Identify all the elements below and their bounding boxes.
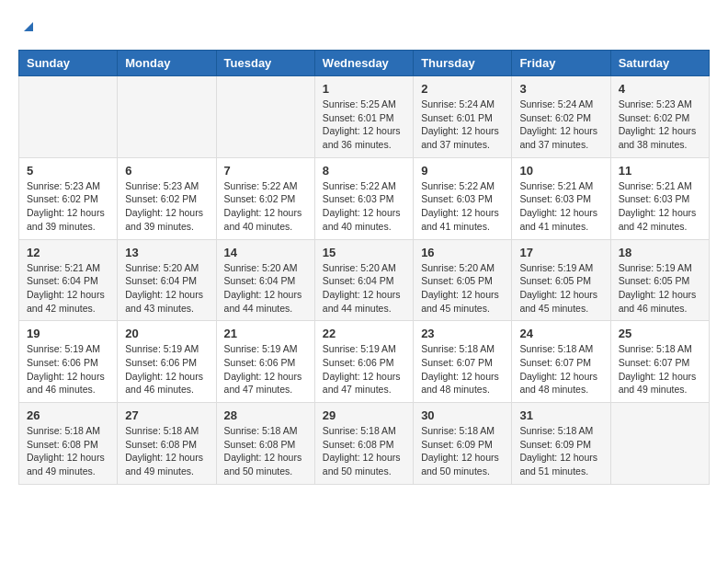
- calendar-body: 1Sunrise: 5:25 AM Sunset: 6:01 PM Daylig…: [19, 76, 710, 485]
- calendar-row-2: 12Sunrise: 5:21 AM Sunset: 6:04 PM Dayli…: [19, 239, 710, 321]
- calendar-cell-1-0: 5Sunrise: 5:23 AM Sunset: 6:02 PM Daylig…: [19, 157, 118, 239]
- day-info: Sunrise: 5:21 AM Sunset: 6:03 PM Dayligh…: [619, 179, 701, 234]
- day-number: 11: [619, 164, 701, 178]
- day-info: Sunrise: 5:18 AM Sunset: 6:09 PM Dayligh…: [519, 424, 602, 478]
- day-info: Sunrise: 5:23 AM Sunset: 6:02 PM Dayligh…: [27, 179, 109, 234]
- calendar-cell-0-0: [19, 76, 118, 158]
- day-info: Sunrise: 5:20 AM Sunset: 6:04 PM Dayligh…: [224, 261, 307, 316]
- day-number: 6: [125, 164, 208, 178]
- day-number: 9: [421, 164, 504, 178]
- day-info: Sunrise: 5:22 AM Sunset: 6:02 PM Dayligh…: [224, 179, 307, 234]
- day-info: Sunrise: 5:19 AM Sunset: 6:06 PM Dayligh…: [27, 342, 109, 396]
- weekday-header-saturday: Saturday: [610, 51, 709, 76]
- day-info: Sunrise: 5:18 AM Sunset: 6:07 PM Dayligh…: [421, 342, 504, 396]
- day-info: Sunrise: 5:19 AM Sunset: 6:05 PM Dayligh…: [619, 261, 701, 316]
- svg-marker-0: [24, 22, 33, 31]
- weekday-header-wednesday: Wednesday: [314, 51, 413, 76]
- day-info: Sunrise: 5:19 AM Sunset: 6:05 PM Dayligh…: [519, 261, 602, 316]
- calendar-cell-3-4: 23Sunrise: 5:18 AM Sunset: 6:07 PM Dayli…: [414, 321, 512, 403]
- day-number: 10: [519, 164, 602, 178]
- calendar-cell-1-5: 10Sunrise: 5:21 AM Sunset: 6:03 PM Dayli…: [512, 157, 610, 239]
- day-number: 12: [27, 246, 109, 259]
- calendar-cell-0-4: 2Sunrise: 5:24 AM Sunset: 6:01 PM Daylig…: [414, 76, 512, 158]
- weekday-header-monday: Monday: [118, 51, 216, 76]
- calendar-cell-0-3: 1Sunrise: 5:25 AM Sunset: 6:01 PM Daylig…: [314, 76, 413, 158]
- calendar-cell-0-2: [216, 76, 314, 158]
- calendar-cell-3-2: 21Sunrise: 5:19 AM Sunset: 6:06 PM Dayli…: [216, 321, 314, 403]
- day-info: Sunrise: 5:24 AM Sunset: 6:02 PM Dayligh…: [519, 98, 602, 152]
- day-info: Sunrise: 5:19 AM Sunset: 6:06 PM Dayligh…: [224, 342, 307, 396]
- day-info: Sunrise: 5:20 AM Sunset: 6:04 PM Dayligh…: [125, 261, 208, 316]
- day-info: Sunrise: 5:18 AM Sunset: 6:08 PM Dayligh…: [27, 424, 109, 478]
- day-number: 16: [421, 246, 504, 259]
- day-number: 7: [224, 164, 307, 178]
- calendar-cell-2-6: 18Sunrise: 5:19 AM Sunset: 6:05 PM Dayli…: [610, 239, 709, 321]
- logo-triangle-icon: [20, 18, 37, 35]
- day-info: Sunrise: 5:18 AM Sunset: 6:08 PM Dayligh…: [125, 424, 208, 478]
- day-info: Sunrise: 5:19 AM Sunset: 6:06 PM Dayligh…: [125, 342, 208, 396]
- day-info: Sunrise: 5:18 AM Sunset: 6:09 PM Dayligh…: [421, 424, 504, 478]
- calendar-cell-3-6: 25Sunrise: 5:18 AM Sunset: 6:07 PM Dayli…: [610, 321, 709, 403]
- calendar-row-4: 26Sunrise: 5:18 AM Sunset: 6:08 PM Dayli…: [19, 403, 710, 485]
- day-info: Sunrise: 5:21 AM Sunset: 6:03 PM Dayligh…: [519, 179, 602, 234]
- day-number: 8: [323, 164, 405, 178]
- day-number: 15: [323, 246, 405, 259]
- calendar-cell-2-2: 14Sunrise: 5:20 AM Sunset: 6:04 PM Dayli…: [216, 239, 314, 321]
- calendar-cell-4-4: 30Sunrise: 5:18 AM Sunset: 6:09 PM Dayli…: [414, 403, 512, 485]
- calendar-cell-2-3: 15Sunrise: 5:20 AM Sunset: 6:04 PM Dayli…: [314, 239, 413, 321]
- day-number: 25: [619, 327, 701, 340]
- calendar-row-0: 1Sunrise: 5:25 AM Sunset: 6:01 PM Daylig…: [19, 76, 710, 158]
- day-number: 2: [421, 82, 504, 96]
- weekday-header-tuesday: Tuesday: [216, 51, 314, 76]
- day-info: Sunrise: 5:18 AM Sunset: 6:07 PM Dayligh…: [619, 342, 701, 396]
- calendar-cell-3-1: 20Sunrise: 5:19 AM Sunset: 6:06 PM Dayli…: [118, 321, 216, 403]
- day-number: 29: [323, 408, 405, 422]
- calendar-cell-1-3: 8Sunrise: 5:22 AM Sunset: 6:03 PM Daylig…: [314, 157, 413, 239]
- day-number: 20: [125, 327, 208, 340]
- day-info: Sunrise: 5:22 AM Sunset: 6:03 PM Dayligh…: [323, 179, 405, 234]
- calendar-cell-4-6: [610, 403, 709, 485]
- day-number: 21: [224, 327, 307, 340]
- calendar-row-3: 19Sunrise: 5:19 AM Sunset: 6:06 PM Dayli…: [19, 321, 710, 403]
- page-header: [18, 18, 710, 35]
- day-info: Sunrise: 5:22 AM Sunset: 6:03 PM Dayligh…: [421, 179, 504, 234]
- calendar-cell-1-1: 6Sunrise: 5:23 AM Sunset: 6:02 PM Daylig…: [118, 157, 216, 239]
- day-number: 1: [323, 82, 405, 96]
- calendar-cell-3-0: 19Sunrise: 5:19 AM Sunset: 6:06 PM Dayli…: [19, 321, 118, 403]
- calendar-row-1: 5Sunrise: 5:23 AM Sunset: 6:02 PM Daylig…: [19, 157, 710, 239]
- weekday-header-row: SundayMondayTuesdayWednesdayThursdayFrid…: [19, 51, 710, 76]
- day-number: 18: [619, 246, 701, 259]
- calendar-cell-4-0: 26Sunrise: 5:18 AM Sunset: 6:08 PM Dayli…: [19, 403, 118, 485]
- day-number: 14: [224, 246, 307, 259]
- calendar-cell-4-1: 27Sunrise: 5:18 AM Sunset: 6:08 PM Dayli…: [118, 403, 216, 485]
- calendar-cell-4-3: 29Sunrise: 5:18 AM Sunset: 6:08 PM Dayli…: [314, 403, 413, 485]
- calendar-cell-1-4: 9Sunrise: 5:22 AM Sunset: 6:03 PM Daylig…: [414, 157, 512, 239]
- day-number: 23: [421, 327, 504, 340]
- calendar-cell-3-5: 24Sunrise: 5:18 AM Sunset: 6:07 PM Dayli…: [512, 321, 610, 403]
- day-number: 28: [224, 408, 307, 422]
- weekday-header-sunday: Sunday: [19, 51, 118, 76]
- day-number: 30: [421, 408, 504, 422]
- calendar-cell-0-1: [118, 76, 216, 158]
- day-info: Sunrise: 5:18 AM Sunset: 6:07 PM Dayligh…: [519, 342, 602, 396]
- day-number: 17: [519, 246, 602, 259]
- day-info: Sunrise: 5:23 AM Sunset: 6:02 PM Dayligh…: [125, 179, 208, 234]
- day-number: 19: [27, 327, 109, 340]
- calendar-cell-1-2: 7Sunrise: 5:22 AM Sunset: 6:02 PM Daylig…: [216, 157, 314, 239]
- day-info: Sunrise: 5:19 AM Sunset: 6:06 PM Dayligh…: [323, 342, 405, 396]
- calendar-cell-0-6: 4Sunrise: 5:23 AM Sunset: 6:02 PM Daylig…: [610, 76, 709, 158]
- day-number: 5: [27, 164, 109, 178]
- day-number: 26: [27, 408, 109, 422]
- logo: [18, 18, 37, 35]
- day-number: 13: [125, 246, 208, 259]
- day-number: 3: [519, 82, 602, 96]
- day-number: 4: [619, 82, 701, 96]
- day-info: Sunrise: 5:18 AM Sunset: 6:08 PM Dayligh…: [323, 424, 405, 478]
- day-number: 31: [519, 408, 602, 422]
- day-info: Sunrise: 5:18 AM Sunset: 6:08 PM Dayligh…: [224, 424, 307, 478]
- calendar-header: SundayMondayTuesdayWednesdayThursdayFrid…: [19, 51, 710, 76]
- calendar-cell-2-4: 16Sunrise: 5:20 AM Sunset: 6:05 PM Dayli…: [414, 239, 512, 321]
- day-number: 24: [519, 327, 602, 340]
- day-info: Sunrise: 5:21 AM Sunset: 6:04 PM Dayligh…: [27, 261, 109, 316]
- weekday-header-thursday: Thursday: [414, 51, 512, 76]
